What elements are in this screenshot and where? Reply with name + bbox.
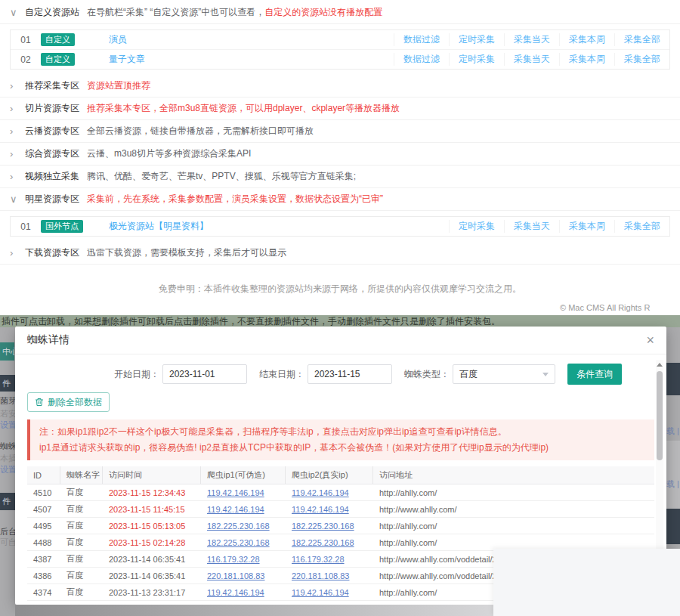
action-link[interactable]: 数据过滤 [394, 33, 449, 46]
column-header: 爬虫ip2(真实ip) [286, 466, 373, 484]
resource-name-link[interactable]: 量子文章 [98, 53, 394, 66]
resource-table: 01自定义演员数据过滤定时采集采集当天采集本周采集全部02自定义量子文章数据过滤… [10, 29, 670, 70]
resource-section-header[interactable]: ›视频独立采集腾讯、优酷、爱奇艺、芒果tv、PPTV、搜狐、乐视等官方直链采集; [0, 166, 680, 188]
ip1-link[interactable]: 182.225.230.168 [201, 538, 286, 547]
chevron-down-icon [542, 373, 549, 376]
ip1-link[interactable]: 119.42.146.194 [201, 488, 286, 497]
resource-name-link[interactable]: 演员 [98, 33, 394, 46]
ip2-link[interactable]: 182.225.230.168 [286, 522, 373, 531]
ip2-link[interactable]: 119.42.146.194 [286, 505, 373, 514]
resource-index: 02 [11, 54, 41, 65]
action-link[interactable]: 采集本周 [559, 33, 614, 46]
notice-line-1: 注：如果ip1跟ip2不一样这个ip极大可能是采集器，扫描程序等非法ip，直接点… [39, 424, 645, 440]
section-warning-text: 推荐采集本专区，全部m3u8直链资源，可以用dplayer、ckplayer等播… [87, 102, 400, 115]
cell-spider-name: 百度 [60, 587, 103, 598]
cell-visit-url: http://ahlly.com/ [373, 522, 654, 531]
cell-visit-time: 2023-11-15 11:45:15 [103, 505, 201, 514]
modal-bottom-shadow [15, 605, 493, 616]
cell-visit-url: http://www.ahlly.com/ [373, 505, 654, 514]
column-header: 蜘蛛名字 [60, 466, 103, 484]
section-warning-text: 自定义的资源站没有播放配置 [264, 6, 382, 19]
delete-all-button[interactable]: 删除全部数据 [27, 392, 110, 412]
action-link[interactable]: 采集全部 [614, 53, 669, 66]
end-date-input[interactable] [308, 364, 392, 384]
badge-cell: 自定义 [41, 33, 98, 46]
action-link[interactable]: 数据过滤 [394, 53, 449, 66]
resource-section-header[interactable]: ›综合资源专区云播、m3u8切片等多种资源综合采集API [0, 143, 680, 166]
action-link[interactable]: 采集当天 [504, 220, 559, 233]
screen: ∨自定义资源站在导航栏“采集” “自定义资源”中也可以查看，自定义的资源站没有播… [0, 0, 680, 616]
ip2-link[interactable]: 220.181.108.83 [286, 571, 373, 580]
ip2-link[interactable]: 182.225.230.168 [286, 538, 373, 547]
cell-id: 4374 [27, 588, 60, 597]
resource-type-badge: 国外节点 [41, 220, 83, 233]
scrollbar-thumb[interactable] [657, 371, 663, 460]
ip2-link[interactable]: 119.42.146.194 [286, 588, 373, 597]
resource-index: 01 [11, 35, 41, 45]
spider-type-label: 蜘蛛类型： [404, 368, 450, 381]
resource-index: 01 [11, 221, 41, 232]
left-page-fragment: 本插 [0, 453, 17, 464]
scroll-up-icon[interactable] [657, 363, 663, 367]
section-title: 切片资源专区 [25, 102, 79, 115]
table-row: 4507百度2023-11-15 11:45:15119.42.146.1941… [27, 501, 654, 518]
chevron-right-icon: › [10, 148, 18, 159]
section-title: 推荐采集专区 [25, 79, 79, 92]
resource-name-link[interactable]: 极光资源站【明星资料】 [98, 220, 449, 233]
section-title: 自定义资源站 [25, 6, 79, 19]
left-page-fragment: 设置 [0, 464, 17, 475]
right-page-fragment [666, 441, 680, 509]
start-date-input[interactable] [162, 364, 247, 384]
ip1-link[interactable]: 116.179.32.28 [201, 555, 286, 564]
action-link[interactable]: 采集本周 [559, 53, 614, 66]
action-link[interactable]: 采集当天 [504, 33, 559, 46]
ip2-link[interactable]: 119.42.146.194 [286, 488, 373, 497]
resource-sections: ∨自定义资源站在导航栏“采集” “自定义资源”中也可以查看，自定义的资源站没有播… [0, 2, 680, 265]
resource-section-header[interactable]: ∨明星资源专区采集前，先在系统，采集参数配置，演员采集设置，数据状态设置为“已审… [0, 188, 680, 211]
left-page-fragment: 设置 [0, 419, 17, 431]
left-page-fragment: 蜘蛛 [0, 441, 17, 452]
right-page-fragment [666, 509, 680, 544]
section-description: 腾讯、优酷、爱奇艺、芒果tv、PPTV、搜狐、乐视等官方直链采集; [87, 170, 356, 183]
resource-type-badge: 自定义 [41, 53, 75, 66]
resource-section-header[interactable]: ›切片资源专区推荐采集本专区，全部m3u8直链资源，可以用dplayer、ckp… [0, 98, 680, 120]
resource-section-header[interactable]: ›推荐采集专区资源站置顶推荐 [0, 75, 680, 98]
ip1-link[interactable]: 220.181.108.83 [201, 571, 286, 580]
query-button[interactable]: 条件查询 [567, 364, 622, 385]
action-link[interactable]: 定时采集 [449, 220, 504, 233]
ip1-link[interactable]: 119.42.146.194 [201, 588, 286, 597]
column-header: 访问地址 [373, 466, 654, 484]
left-page-fragment: 菌芽 [0, 395, 17, 407]
start-date-label: 开始日期： [114, 368, 159, 381]
resource-section-header[interactable]: ∨自定义资源站在导航栏“采集” “自定义资源”中也可以查看，自定义的资源站没有播… [0, 2, 680, 24]
action-link[interactable]: 采集全部 [614, 33, 669, 46]
chevron-down-icon: ∨ [10, 7, 18, 18]
resource-section-header[interactable]: ›云播资源专区全部云播资源，链接自带播放器，无需解析接口即可播放 [0, 120, 680, 143]
right-page-fragment: 载 | [666, 478, 679, 490]
plugin-uninstall-alert: 插件可点击卸载，如果想删除插件可卸载后点击删除插件，不要直接删插件文件，手动删除… [0, 315, 680, 327]
resource-row: 02自定义量子文章数据过滤定时采集采集当天采集本周采集全部 [11, 50, 669, 69]
column-header: ID [27, 466, 60, 484]
action-link[interactable]: 采集全部 [614, 220, 669, 233]
column-header: 访问时间 [103, 466, 201, 484]
cell-id: 4488 [27, 538, 60, 547]
close-icon[interactable]: × [646, 333, 654, 347]
resource-type-badge: 自定义 [41, 33, 75, 46]
spider-table-header: ID蜘蛛名字访问时间爬虫ip1(可伪造)爬虫ip2(真实ip)访问地址 [27, 466, 654, 484]
action-link[interactable]: 定时采集 [449, 33, 504, 46]
chevron-down-icon: ∨ [10, 193, 18, 205]
action-link[interactable]: 定时采集 [449, 53, 504, 66]
ip1-link[interactable]: 182.225.230.168 [201, 522, 286, 531]
action-link[interactable]: 采集当天 [504, 53, 559, 66]
spider-type-select[interactable]: 百度 [453, 364, 555, 384]
ip2-link[interactable]: 116.179.32.28 [286, 555, 373, 564]
action-link[interactable]: 采集本周 [559, 220, 614, 233]
resource-section-header[interactable]: ›下载资源专区迅雷下载资源，需要模板支持，采集后才可以显示 [0, 242, 680, 265]
right-page-fragment: 载 | [666, 426, 679, 437]
cell-spider-name: 百度 [60, 537, 103, 548]
chevron-right-icon: › [10, 125, 18, 137]
ip1-link[interactable]: 119.42.146.194 [201, 505, 286, 514]
cell-spider-name: 百度 [60, 503, 103, 515]
resource-table: 01国外节点极光资源站【明星资料】定时采集采集当天采集本周采集全部 [10, 216, 670, 237]
chevron-right-icon: › [10, 247, 18, 258]
